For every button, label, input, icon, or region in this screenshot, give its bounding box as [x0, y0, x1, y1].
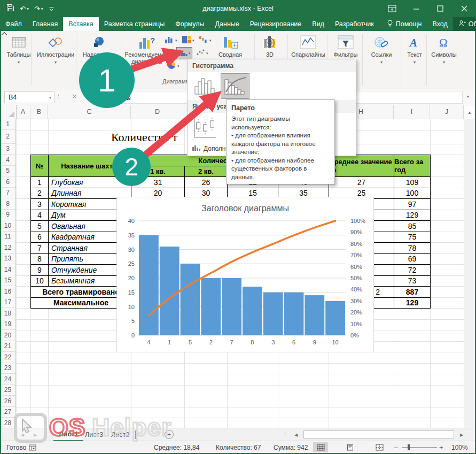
table-header-avg[interactable]: Среднее значение за — [329, 155, 394, 178]
ribbon-tab-9[interactable]: Разработчик — [330, 17, 379, 31]
table-header-q1[interactable]: 1 кв. — [131, 166, 185, 178]
chart-button-pie-chart[interactable]: ▾ — [167, 61, 180, 71]
sheet-tab-Лист1[interactable]: Лист1 — [53, 428, 83, 441]
ribbon-button-table[interactable]: Таблицы▾ — [5, 33, 32, 66]
row-header-1[interactable]: 1 — [0, 119, 15, 130]
sheet-tab-Лист2[interactable]: Лист2 — [106, 428, 135, 441]
table-cell-num[interactable]: 10 — [30, 275, 49, 287]
row-header-2[interactable]: 2 — [0, 130, 15, 144]
chart-button-scatter-chart[interactable]: ▾ — [196, 48, 208, 58]
ribbon-tab-1[interactable]: Файл — [0, 17, 27, 31]
row-header-16[interactable]: 16 — [0, 286, 15, 297]
row-header-14[interactable]: 14 — [0, 264, 15, 275]
ribbon-tab-12[interactable]: Общий доступ — [453, 17, 476, 31]
scroll-up-icon[interactable]: ▲ — [464, 106, 475, 119]
cancel-formula-icon[interactable]: ✕ — [72, 93, 77, 101]
ribbon-tab-4[interactable]: Разметка страницы — [99, 17, 170, 31]
ribbon-tab-3[interactable]: Вставка — [63, 17, 98, 31]
maximize-icon[interactable] — [428, 0, 452, 17]
row-header-28[interactable]: 28 — [0, 418, 15, 429]
row-header-18[interactable]: 18 — [0, 308, 15, 319]
row-header-15[interactable]: 15 — [0, 275, 15, 287]
row-header-22[interactable]: 22 — [0, 352, 15, 363]
row-headers[interactable]: 1234567891011121314151617181920212223242… — [0, 119, 16, 429]
histogram-gallery-icon[interactable] — [191, 73, 220, 99]
table-cell-num[interactable]: 5 — [30, 220, 49, 232]
minimize-icon[interactable] — [404, 0, 428, 17]
table-cell-q2[interactable]: 26 — [184, 176, 228, 188]
row-header-25[interactable]: 25 — [0, 385, 15, 396]
row-header-23[interactable]: 23 — [0, 363, 15, 374]
close-icon[interactable] — [452, 0, 476, 17]
row-header-11[interactable]: 11 — [0, 232, 15, 243]
pareto-gallery-icon[interactable] — [221, 73, 249, 99]
column-header-I[interactable]: I — [394, 105, 430, 119]
page-layout-view-icon[interactable] — [342, 442, 357, 452]
name-box-caret-icon[interactable]: ▾ — [49, 95, 51, 100]
ribbon-button-map3d[interactable]: 3D — [257, 33, 282, 58]
ribbon-tab-8[interactable]: Вид — [307, 17, 330, 31]
table-header-num[interactable]: № — [30, 155, 49, 178]
table-summary-total[interactable]: 887 — [394, 286, 431, 298]
table-cell-total[interactable]: 75 — [394, 232, 431, 243]
hscroll-right-icon[interactable]: ▶ — [457, 430, 466, 439]
pareto-chart[interactable]: Заголовок диаграммы05101520253035400%10%… — [116, 197, 374, 352]
row-header-26[interactable]: 26 — [0, 396, 15, 407]
ribbon-button-symbols[interactable]: ΩСимволы▾ — [428, 33, 459, 66]
row-header-3[interactable]: 3 — [0, 144, 15, 155]
table-summary-total[interactable]: 129 — [394, 297, 431, 309]
table-cell-total[interactable]: 109 — [394, 176, 431, 188]
save-icon[interactable] — [6, 4, 14, 13]
zoom-slider-thumb[interactable] — [408, 444, 410, 450]
column-header-B[interactable]: B — [30, 105, 48, 119]
ribbon-button-illustrations[interactable]: Иллюстрации▾ — [34, 33, 77, 66]
row-header-17[interactable]: 17 — [0, 297, 15, 309]
zoom-in-icon[interactable]: + — [439, 441, 443, 453]
table-header-name[interactable]: Название шахты — [48, 155, 131, 178]
chart-button-treemap-chart[interactable]: ▾ — [182, 35, 194, 45]
table-cell-total[interactable]: 72 — [394, 264, 431, 276]
row-header-19[interactable]: 19 — [0, 319, 15, 330]
ribbon-tab-2[interactable]: Главная — [27, 17, 64, 31]
expand-formula-bar-icon[interactable]: ▾ — [467, 94, 469, 99]
horizontal-scroll-thumb[interactable] — [303, 430, 454, 438]
row-header-21[interactable]: 21 — [0, 341, 15, 352]
table-cell-num[interactable]: 7 — [30, 242, 49, 254]
column-header-D[interactable]: D — [131, 105, 184, 119]
sheet-nav-right-icon[interactable]: ▶ — [32, 432, 38, 438]
ribbon-tab-7[interactable]: Рецензирование — [245, 17, 307, 31]
name-box[interactable]: B4▾ — [4, 91, 54, 103]
insert-function-icon[interactable]: fx — [102, 93, 106, 101]
table-cell-total[interactable]: 78 — [394, 242, 431, 254]
chart-button-waterfall-chart[interactable]: ▾ — [199, 35, 212, 45]
table-cell-num[interactable]: 8 — [30, 253, 49, 265]
ribbon-tab-11[interactable]: Вход — [427, 17, 453, 31]
row-header-8[interactable]: 8 — [0, 198, 15, 210]
table-cell-num[interactable]: 2 — [30, 188, 49, 199]
row-header-6[interactable]: 6 — [0, 176, 15, 188]
row-header-7[interactable]: 7 — [0, 188, 15, 199]
page-break-view-icon[interactable] — [372, 442, 387, 452]
ribbon-button-links[interactable]: Ссылки▾ — [364, 33, 399, 66]
vertical-scrollbar[interactable] — [464, 119, 475, 428]
table-cell-total[interactable]: 97 — [394, 198, 431, 210]
box-whisker-gallery-icon[interactable] — [191, 114, 220, 142]
table-cell-name[interactable]: Глубокая — [48, 176, 131, 188]
table-header-q2[interactable]: 2 кв. — [184, 166, 228, 178]
row-header-5[interactable]: 5 — [0, 166, 15, 177]
select-all-corner[interactable] — [0, 105, 17, 119]
table-cell-num[interactable]: 9 — [30, 264, 49, 276]
table-cell-num[interactable]: 1 — [30, 176, 49, 188]
normal-view-icon[interactable] — [313, 442, 328, 452]
enter-formula-icon[interactable]: ✓ — [85, 93, 91, 101]
row-header-27[interactable]: 27 — [0, 407, 15, 418]
hscroll-left-icon[interactable]: ◀ — [292, 430, 300, 439]
redo-icon[interactable]: ↷▾ — [34, 5, 43, 13]
ribbon-tab-10[interactable]: Помощн — [381, 17, 427, 31]
row-header-24[interactable]: 24 — [0, 374, 15, 385]
row-header-4[interactable]: 4 — [0, 155, 15, 166]
table-cell-total[interactable]: 129 — [394, 210, 431, 221]
column-header-J[interactable]: J — [430, 105, 464, 119]
undo-icon[interactable]: ↶▾ — [20, 5, 29, 13]
ribbon-tab-6[interactable]: Данные — [210, 17, 245, 31]
